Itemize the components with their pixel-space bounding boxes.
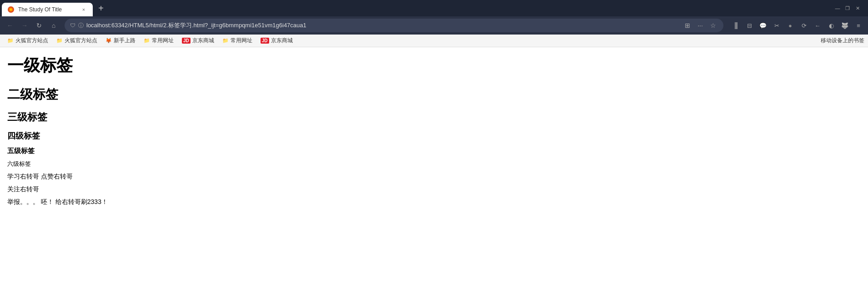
folder-icon-2: 📁 <box>56 38 63 44</box>
sync-icon: ⟳ <box>802 22 807 29</box>
tab-title: The Study Of Title <box>18 6 76 13</box>
bookmark-item-4[interactable]: 📁 常用网址 <box>140 36 177 45</box>
back-icon: ← <box>7 22 13 29</box>
chat-button[interactable]: 💬 <box>757 20 769 31</box>
bookmark-item-3[interactable]: 🦊 新手上路 <box>102 36 139 45</box>
folder-icon-3: 📁 <box>144 38 150 44</box>
home-icon: ⌂ <box>52 22 55 29</box>
close-window-button[interactable]: ✕ <box>854 5 861 11</box>
sync-button[interactable]: ⟳ <box>798 20 810 31</box>
folder-icon-1: 📁 <box>7 38 14 44</box>
account-button[interactable]: ● <box>784 20 796 31</box>
more-button[interactable]: ··· <box>695 20 705 30</box>
bookmark-star-icon[interactable]: ☆ <box>708 20 718 30</box>
home-button[interactable]: ⌂ <box>47 19 60 32</box>
tab-close-button[interactable]: × <box>80 6 87 13</box>
bookmark-item-2[interactable]: 📁 火狐官方站点 <box>53 36 101 45</box>
extensions-icon[interactable]: ⊞ <box>682 20 692 30</box>
refresh-icon: ↻ <box>36 22 42 29</box>
page-content: 一级标签 二级标签 三级标签 四级标签 五级标签 六级标签 学习右转哥 点赞右转… <box>0 47 868 298</box>
bookmark-item-6[interactable]: 📁 常用网址 <box>219 36 256 45</box>
heading-4: 四级标签 <box>7 130 861 141</box>
tab-groups-icon: ⊟ <box>747 22 752 29</box>
tab-bar: The Study Of Title × + — ❐ ✕ <box>0 0 868 16</box>
back-button[interactable]: ← <box>4 19 16 32</box>
fox-icon: 🦊 <box>105 38 112 44</box>
security-shield-icon: 🛡 <box>70 22 75 29</box>
folder-icon-4: 📁 <box>222 38 229 44</box>
bookmarks-library-icon: ||| <box>734 21 737 30</box>
bookmark-item-7[interactable]: JD 京东商城 <box>257 36 296 45</box>
menu-button[interactable]: ≡ <box>853 20 864 31</box>
forward-button[interactable]: → <box>18 19 31 32</box>
jd-icon-1: JD <box>182 38 191 44</box>
tab-groups-button[interactable]: ⊟ <box>743 20 755 31</box>
browser-window: The Study Of Title × + — ❐ ✕ ← → ↻ ⌂ 🛡 ⓘ… <box>0 0 868 298</box>
svg-point-2 <box>10 9 12 10</box>
bookmark-label-2: 火狐官方站点 <box>65 37 97 45</box>
address-actions: ⊞ ··· ☆ <box>682 20 718 30</box>
bookmark-item-5[interactable]: JD 京东商城 <box>178 36 218 45</box>
heading-1: 一级标签 <box>7 55 861 77</box>
navigation-bar: ← → ↻ ⌂ 🛡 ⓘ localhost:63342/HTML5/html/2… <box>0 16 868 35</box>
bookmarks-bar: 📁 火狐官方站点 📁 火狐官方站点 🦊 新手上路 📁 常用网址 JD 京东商城 … <box>0 35 868 47</box>
paragraph-2: 关注右转哥 <box>7 185 861 194</box>
nav-right-buttons: ||| ⊟ 💬 ✂ ● ⟳ ← ◐ 🐺 <box>728 20 864 31</box>
bookmark-label-6: 常用网址 <box>231 37 252 45</box>
profile-button[interactable]: ◐ <box>825 20 837 31</box>
refresh-button[interactable]: ↻ <box>33 19 45 32</box>
forward-icon: → <box>21 22 28 29</box>
chat-icon: 💬 <box>759 22 767 29</box>
minimize-button[interactable]: — <box>834 5 841 11</box>
heading-6: 六级标签 <box>7 160 861 168</box>
jd-icon-2: JD <box>261 38 269 44</box>
bookmark-label-4: 常用网址 <box>152 37 174 45</box>
account-icon: ● <box>788 22 792 29</box>
browser-tab[interactable]: The Study Of Title × <box>2 3 93 16</box>
profile-icon: ◐ <box>829 22 834 29</box>
window-controls: — ❐ ✕ <box>834 5 866 11</box>
address-text[interactable]: localhost:63342/HTML5/html/2.标签学习.html?_… <box>86 21 680 30</box>
heading-2: 二级标签 <box>7 86 861 103</box>
bookmark-item-1[interactable]: 📁 火狐官方站点 <box>4 36 52 45</box>
heading-3: 三级标签 <box>7 110 861 124</box>
tab-favicon <box>7 6 15 13</box>
nav-back2-icon: ← <box>815 22 821 29</box>
bookmarks-library-button[interactable]: ||| <box>730 20 742 31</box>
heading-5: 五级标签 <box>7 147 861 155</box>
paragraph-3: 举报。。。 呸！ 给右转哥刷2333！ <box>7 198 861 206</box>
info-icon: ⓘ <box>78 22 84 30</box>
bookmark-label-5: 京东商城 <box>192 37 214 45</box>
bookmark-label-3: 新手上路 <box>114 37 135 45</box>
new-tab-button[interactable]: + <box>95 2 107 15</box>
nav-back2-button[interactable]: ← <box>812 20 823 31</box>
mobile-bookmarks-link[interactable]: 移动设备上的书签 <box>821 37 864 45</box>
avatar-icon: 🐺 <box>841 22 848 29</box>
bookmark-label-7: 京东商城 <box>271 37 293 45</box>
screenshot-button[interactable]: ✂ <box>771 20 783 31</box>
maximize-button[interactable]: ❐ <box>844 5 851 11</box>
paragraph-1: 学习右转哥 点赞右转哥 <box>7 173 861 181</box>
screenshot-icon: ✂ <box>774 22 779 29</box>
bookmark-label-1: 火狐官方站点 <box>15 37 48 45</box>
address-bar[interactable]: 🛡 ⓘ localhost:63342/HTML5/html/2.标签学习.ht… <box>65 19 723 32</box>
avatar-button[interactable]: 🐺 <box>839 20 851 31</box>
menu-icon: ≡ <box>857 22 860 29</box>
